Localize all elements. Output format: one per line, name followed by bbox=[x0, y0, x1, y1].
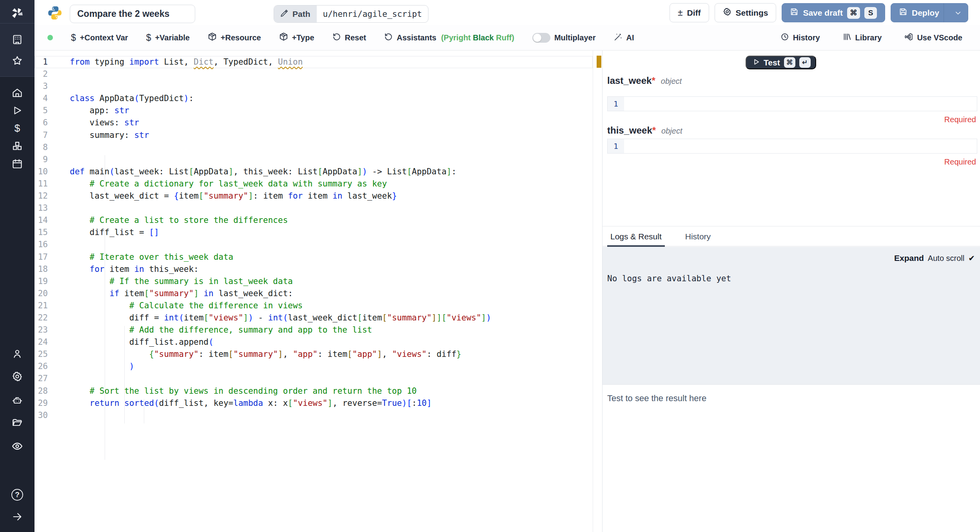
sidebar-collapse-arrow-icon[interactable] bbox=[0, 510, 34, 524]
settings-button[interactable]: Settings bbox=[715, 3, 777, 22]
arg-input-content[interactable] bbox=[624, 97, 977, 111]
code-line-29[interactable]: 29 return sorted(diff_list, key=lambda x… bbox=[34, 397, 593, 409]
code-line-28[interactable]: 28 # Sort the list by views in descendin… bbox=[34, 385, 593, 397]
use-vscode-button[interactable]: Use VScode bbox=[904, 33, 962, 43]
code-line-21[interactable]: 21 # Calculate the difference in views bbox=[34, 300, 593, 312]
arg-input-this-week[interactable]: 1 bbox=[607, 139, 977, 154]
sidebar-item-runs[interactable] bbox=[0, 103, 34, 118]
sidebar-item-settings[interactable] bbox=[0, 369, 34, 384]
arg-input-last-week[interactable]: 1 bbox=[607, 96, 977, 111]
code-line-23[interactable]: 23 # Add the difference, summary and app… bbox=[34, 324, 593, 336]
sidebar-item-workers[interactable] bbox=[0, 393, 34, 407]
sidebar-item-resources[interactable] bbox=[0, 139, 34, 153]
sidebar-item-schedules[interactable] bbox=[0, 157, 34, 171]
code-line-14[interactable]: 14 # Create a list to store the differen… bbox=[34, 214, 593, 226]
code-line-16[interactable]: 16 bbox=[34, 239, 593, 251]
code-line-6[interactable]: 6 views: str bbox=[34, 117, 593, 129]
sidebar-item-workspace[interactable] bbox=[0, 33, 34, 47]
sidebar: $ ? bbox=[0, 0, 34, 532]
code-line-26[interactable]: 26 ) bbox=[34, 360, 593, 373]
sidebar-item-folders[interactable] bbox=[0, 416, 34, 430]
no-logs-message: No logs are available yet bbox=[607, 274, 975, 283]
test-button[interactable]: Test ⌘ ↵ bbox=[746, 56, 816, 69]
refresh-icon bbox=[384, 33, 393, 43]
multiplayer-toggle[interactable] bbox=[532, 33, 550, 43]
code-line-27[interactable]: 27 bbox=[34, 373, 593, 385]
code-line-13[interactable]: 13 bbox=[34, 202, 593, 214]
code-line-22[interactable]: 22 diff = int(item["views"]) - int(last_… bbox=[34, 312, 593, 324]
code-line-25[interactable]: 25 {"summary": item["summary"], "app": i… bbox=[34, 348, 593, 360]
python-language-icon bbox=[47, 5, 63, 22]
multiplayer-control: Multiplayer bbox=[532, 33, 596, 43]
required-badge: Required bbox=[944, 115, 976, 124]
sidebar-item-variables[interactable]: $ bbox=[0, 121, 34, 135]
main-area: Compare the 2 weeks Path u/henri/agile_s… bbox=[34, 0, 980, 532]
sidebar-item-favorites[interactable] bbox=[0, 54, 34, 68]
assistants-languages: (Pyright Black Ruff) bbox=[441, 33, 514, 42]
result-area: Test to see the result here bbox=[603, 384, 980, 532]
play-icon bbox=[753, 58, 760, 67]
tab-history[interactable]: History bbox=[682, 232, 714, 246]
code-line-1[interactable]: 1from typing import List, Dict, TypedDic… bbox=[34, 56, 593, 68]
code-line-17[interactable]: 17 # Iterate over this_week data bbox=[34, 251, 593, 263]
arg-input-content[interactable] bbox=[624, 139, 977, 153]
reset-button[interactable]: Reset bbox=[332, 33, 366, 43]
code-line-15[interactable]: 15 diff_list = [] bbox=[34, 226, 593, 239]
history-button[interactable]: History bbox=[780, 33, 820, 43]
code-editor[interactable]: 1from typing import List, Dict, TypedDic… bbox=[34, 51, 593, 532]
refresh-icon bbox=[332, 33, 341, 43]
code-line-12[interactable]: 12 last_week_dict = {item["summary"]: it… bbox=[34, 190, 593, 202]
code-line-9[interactable]: 9 bbox=[34, 154, 593, 166]
tab-logs-result[interactable]: Logs & Result bbox=[607, 232, 665, 246]
code-line-7[interactable]: 7 summary: str bbox=[34, 129, 593, 141]
library-icon bbox=[843, 33, 851, 43]
diff-button[interactable]: ± Diff bbox=[670, 3, 709, 22]
sidebar-item-audit-logs[interactable] bbox=[0, 439, 34, 453]
code-line-4[interactable]: 4class AppData(TypedDict): bbox=[34, 92, 593, 105]
autoscroll-checkbox[interactable]: ✔ bbox=[968, 253, 975, 263]
save-draft-button[interactable]: Save draft ⌘ S bbox=[782, 3, 885, 22]
code-line-11[interactable]: 11 # Create a dictionary for last_week d… bbox=[34, 178, 593, 190]
code-line-18[interactable]: 18 for item in this_week: bbox=[34, 263, 593, 275]
code-line-30[interactable]: 30 bbox=[34, 409, 593, 422]
deploy-button[interactable]: Deploy bbox=[891, 3, 968, 22]
vscode-icon bbox=[904, 33, 913, 43]
content-row: 1from typing import List, Dict, TypedDic… bbox=[34, 51, 980, 532]
script-title-input[interactable]: Compare the 2 weeks bbox=[70, 5, 195, 23]
add-type-button[interactable]: +Type bbox=[279, 32, 314, 43]
logs-area: Expand Auto scroll ✔ No logs are availab… bbox=[603, 247, 980, 384]
path-label: Path bbox=[292, 9, 310, 19]
history-clock-icon bbox=[780, 33, 789, 43]
add-resource-button[interactable]: +Resource bbox=[208, 32, 261, 43]
result-placeholder: Test to see the result here bbox=[607, 393, 975, 404]
chevron-down-icon[interactable] bbox=[948, 4, 968, 22]
code-line-10[interactable]: 10def main(last_week: List[AppData], thi… bbox=[34, 166, 593, 178]
assistants-button[interactable]: Assistants (Pyright Black Ruff) bbox=[384, 33, 514, 43]
code-line-20[interactable]: 20 if item["summary"] in last_week_dict: bbox=[34, 288, 593, 300]
bottom-tabbar: Logs & Result History bbox=[603, 226, 980, 246]
sidebar-item-users[interactable] bbox=[0, 347, 34, 361]
code-line-2[interactable]: 2 bbox=[34, 68, 593, 80]
add-context-var-button[interactable]: $ +Context Var bbox=[71, 33, 128, 42]
code-line-8[interactable]: 8 bbox=[34, 141, 593, 154]
pencil-icon bbox=[280, 9, 289, 19]
expand-button[interactable]: Expand bbox=[894, 253, 924, 263]
code-lines[interactable]: 1from typing import List, Dict, TypedDic… bbox=[34, 56, 593, 422]
path-edit-button[interactable]: Path bbox=[274, 5, 317, 22]
windmill-logo-icon[interactable] bbox=[0, 3, 34, 24]
cmd-key-badge: ⌘ bbox=[784, 57, 795, 68]
ai-button[interactable]: AI bbox=[614, 33, 634, 43]
code-line-19[interactable]: 19 # If the summary is in last_week data bbox=[34, 275, 593, 288]
code-line-5[interactable]: 5 app: str bbox=[34, 105, 593, 117]
sidebar-item-home[interactable] bbox=[0, 86, 34, 100]
sidebar-item-help[interactable]: ? bbox=[0, 488, 34, 502]
dollar-icon: $ bbox=[71, 33, 76, 42]
magic-wand-icon bbox=[614, 33, 622, 43]
enter-key-badge: ↵ bbox=[799, 57, 811, 68]
package-icon bbox=[279, 32, 288, 43]
path-value-input[interactable]: u/henri/agile_script bbox=[317, 5, 428, 22]
add-variable-button[interactable]: $ +Variable bbox=[146, 33, 190, 42]
code-line-24[interactable]: 24 diff_list.append( bbox=[34, 336, 593, 348]
library-button[interactable]: Library bbox=[843, 33, 882, 43]
code-line-3[interactable]: 3 bbox=[34, 80, 593, 92]
